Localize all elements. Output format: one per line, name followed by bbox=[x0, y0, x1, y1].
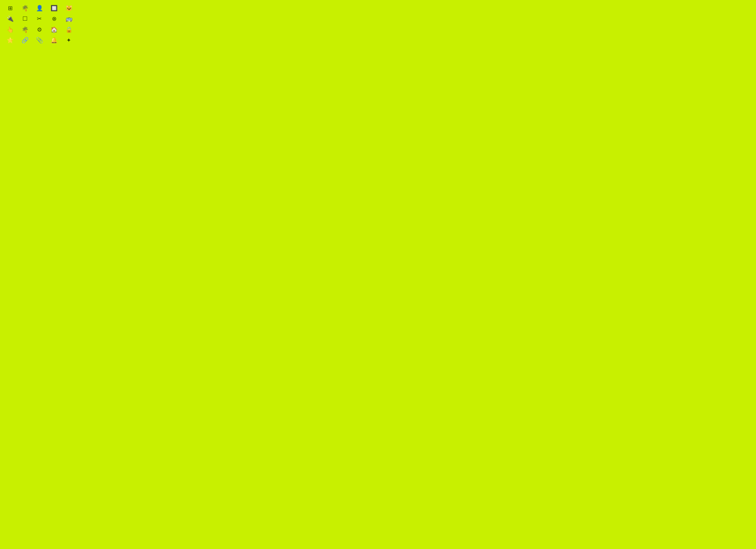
main-content: Home / Bookmarks ⌘K bbox=[23, 0, 756, 549]
bookmark-list: 🪄 Hyprland Cute Dotfiles. Contribute to … bbox=[23, 22, 629, 549]
content-area: 🪄 Hyprland Cute Dotfiles. Contribute to … bbox=[23, 22, 756, 549]
bookmark-item-phosphor[interactable]: ⊞ 🌴 👤 🔲 🐱 🔌 ☐ ✂ ⊗ 🚌 👆 🌴 ⚙ 🏠 bbox=[30, 151, 622, 212]
bookmark-thumbnail-phosphor: ⊞ 🌴 👤 🔲 🐱 🔌 ☐ ✂ ⊗ 🚌 👆 🌴 ⚙ 🏠 bbox=[30, 157, 109, 206]
